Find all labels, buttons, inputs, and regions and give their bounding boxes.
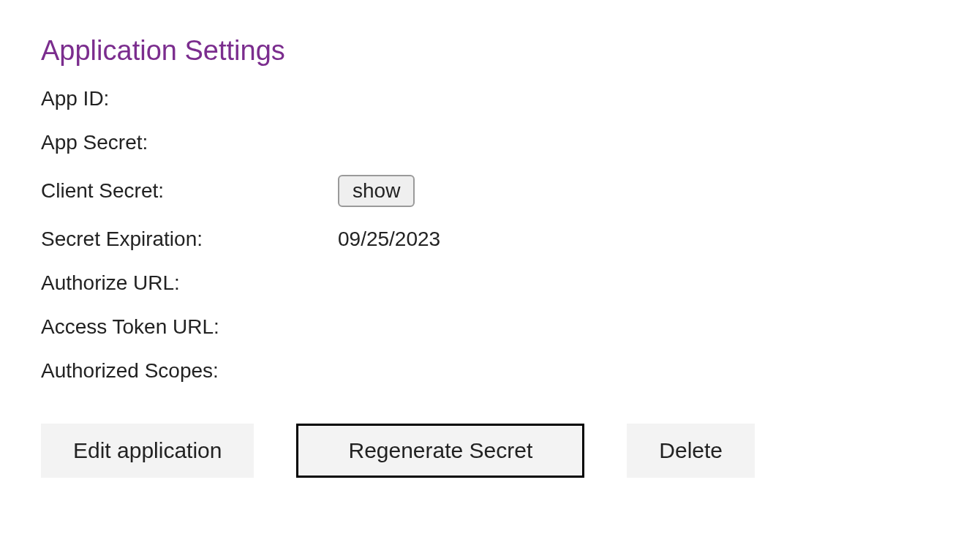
app-id-row: App ID:: [41, 87, 939, 110]
access-token-url-label: Access Token URL:: [41, 315, 338, 339]
authorize-url-row: Authorize URL:: [41, 271, 939, 295]
page-title: Application Settings: [41, 35, 939, 67]
client-secret-label: Client Secret:: [41, 179, 338, 203]
app-id-label: App ID:: [41, 87, 338, 110]
access-token-url-row: Access Token URL:: [41, 315, 939, 339]
app-secret-label: App Secret:: [41, 131, 338, 154]
secret-expiration-row: Secret Expiration: 09/25/2023: [41, 228, 939, 251]
authorize-url-label: Authorize URL:: [41, 271, 338, 295]
settings-list: App ID: App Secret: Client Secret: show …: [41, 87, 939, 383]
regenerate-secret-button[interactable]: Regenerate Secret: [296, 424, 584, 478]
show-client-secret-button[interactable]: show: [338, 175, 415, 207]
action-bar: Edit application Regenerate Secret Delet…: [41, 424, 939, 478]
secret-expiration-value: 09/25/2023: [338, 228, 440, 251]
delete-button[interactable]: Delete: [627, 424, 755, 478]
client-secret-row: Client Secret: show: [41, 175, 939, 207]
edit-application-button[interactable]: Edit application: [41, 424, 254, 478]
app-secret-row: App Secret:: [41, 131, 939, 154]
authorized-scopes-label: Authorized Scopes:: [41, 359, 338, 383]
authorized-scopes-row: Authorized Scopes:: [41, 359, 939, 383]
secret-expiration-label: Secret Expiration:: [41, 228, 338, 251]
